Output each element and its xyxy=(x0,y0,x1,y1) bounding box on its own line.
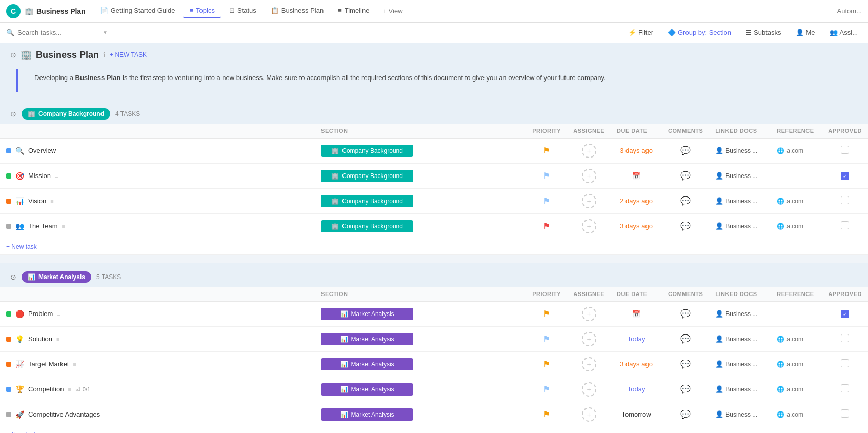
drag-handle[interactable]: ≡ xyxy=(55,173,58,179)
reference-cell[interactable]: 🌐a.com xyxy=(771,351,822,377)
group-badge-company-background[interactable]: 🏢 Company Background xyxy=(22,108,110,120)
dropdown-arrow-icon[interactable]: ▼ xyxy=(103,30,108,35)
due-date-cell[interactable]: 3 days ago xyxy=(611,351,662,377)
linked-docs-cell[interactable]: 👤 Business ... xyxy=(709,163,771,188)
linked-docs-cell[interactable]: 👤 Business ... xyxy=(709,377,771,402)
comments-cell[interactable]: 💬 xyxy=(662,351,709,377)
assignee-add-button[interactable]: + xyxy=(582,407,596,422)
group-by-button[interactable]: 🔷 Group by: Section xyxy=(663,27,735,38)
assignee-add-button[interactable]: + xyxy=(582,382,596,397)
filter-button[interactable]: ⚡ Filter xyxy=(624,27,657,38)
approved-cell[interactable] xyxy=(822,213,868,239)
comment-icon[interactable]: 💬 xyxy=(680,196,691,205)
comments-cell[interactable]: 💬 xyxy=(662,377,709,402)
priority-cell[interactable]: ⚑ xyxy=(526,138,567,163)
new-task-label[interactable]: + New task xyxy=(0,239,868,254)
section-tag[interactable]: 🏢 Company Background xyxy=(321,195,413,207)
priority-flag[interactable]: ⚑ xyxy=(543,334,550,343)
comment-icon[interactable]: 💬 xyxy=(680,385,691,393)
linked-doc-name[interactable]: Business ... xyxy=(725,361,757,368)
priority-flag[interactable]: ⚑ xyxy=(543,222,550,230)
comments-cell[interactable]: 💬 xyxy=(662,326,709,351)
approved-checkbox[interactable] xyxy=(841,334,849,342)
task-name[interactable]: The Team xyxy=(28,222,58,230)
section-tag[interactable]: 📊 Market Analysis xyxy=(321,408,413,421)
approved-checkbox[interactable] xyxy=(841,196,849,204)
automate-label[interactable]: Autom... xyxy=(837,7,862,15)
comments-cell[interactable]: 💬 xyxy=(662,213,709,239)
linked-docs-cell[interactable]: 👤 Business ... xyxy=(709,138,771,163)
priority-cell[interactable]: ⚑ xyxy=(526,377,567,402)
linked-docs-cell[interactable]: 👤 Business ... xyxy=(709,402,771,427)
section-tag[interactable]: 📊 Market Analysis xyxy=(321,358,413,370)
task-name[interactable]: Target Market xyxy=(28,360,69,368)
priority-flag[interactable]: ⚑ xyxy=(543,410,550,419)
section-tag[interactable]: 🏢 Company Background xyxy=(321,170,413,182)
approved-cell[interactable] xyxy=(822,402,868,427)
section-tag[interactable]: 🏢 Company Background xyxy=(321,220,413,232)
priority-cell[interactable]: ⚑ xyxy=(526,301,567,326)
assignee-add-button[interactable]: + xyxy=(582,307,596,321)
approved-checkbox[interactable] xyxy=(841,409,849,418)
reference-cell[interactable]: – xyxy=(771,163,822,188)
approved-checkbox[interactable]: ✓ xyxy=(841,310,849,318)
assignee-add-button[interactable]: + xyxy=(582,144,596,158)
assignees-button[interactable]: 👥 Assi... xyxy=(825,27,862,38)
due-date-cell[interactable]: Tomorrow xyxy=(611,402,662,427)
linked-doc-name[interactable]: Business ... xyxy=(725,386,757,393)
linked-docs-cell[interactable]: 👤 Business ... xyxy=(709,326,771,351)
comment-icon[interactable]: 💬 xyxy=(680,171,691,180)
drag-handle[interactable]: ≡ xyxy=(57,311,60,317)
priority-flag[interactable]: ⚑ xyxy=(543,196,550,205)
subtasks-button[interactable]: ☰ Subtasks xyxy=(741,27,785,38)
new-task-label[interactable]: + New task xyxy=(0,427,868,433)
priority-flag[interactable]: ⚑ xyxy=(543,385,550,393)
tab-topics[interactable]: ≡ Topics xyxy=(183,4,220,18)
comment-icon[interactable]: 💬 xyxy=(680,222,691,230)
search-input[interactable] xyxy=(17,29,99,36)
new-task-row[interactable]: + New task xyxy=(0,427,868,433)
comment-icon[interactable]: 💬 xyxy=(680,410,691,419)
collapse-all-button[interactable]: ⊙ xyxy=(10,51,16,59)
approved-checkbox[interactable] xyxy=(841,221,849,229)
me-button[interactable]: 👤 Me xyxy=(792,27,819,38)
tab-timeline[interactable]: ≡ Timeline xyxy=(332,4,375,18)
approved-cell[interactable] xyxy=(822,326,868,351)
section-tag[interactable]: 📊 Market Analysis xyxy=(321,333,413,345)
comment-icon[interactable]: 💬 xyxy=(680,146,691,155)
assignee-add-button[interactable]: + xyxy=(582,169,596,183)
section-tag[interactable]: 📊 Market Analysis xyxy=(321,383,413,396)
reference-cell[interactable]: 🌐a.com xyxy=(771,213,822,239)
linked-doc-name[interactable]: Business ... xyxy=(725,411,757,418)
task-name[interactable]: Competitive Advantages xyxy=(28,410,100,418)
comments-cell[interactable]: 💬 xyxy=(662,163,709,188)
comments-cell[interactable]: 💬 xyxy=(662,138,709,163)
comments-cell[interactable]: 💬 xyxy=(662,301,709,326)
reference-cell[interactable]: 🌐a.com xyxy=(771,377,822,402)
approved-cell[interactable] xyxy=(822,351,868,377)
approved-cell[interactable]: ✓ xyxy=(822,301,868,326)
due-date-cell[interactable]: 2 days ago xyxy=(611,188,662,213)
approved-cell[interactable] xyxy=(822,377,868,402)
approved-checkbox[interactable] xyxy=(841,384,849,392)
tab-status[interactable]: ⊡ Status xyxy=(223,4,263,18)
drag-handle[interactable]: ≡ xyxy=(68,386,71,392)
priority-cell[interactable]: ⚑ xyxy=(526,163,567,188)
linked-docs-cell[interactable]: 👤 Business ... xyxy=(709,301,771,326)
drag-handle[interactable]: ≡ xyxy=(62,223,65,229)
section-tag[interactable]: 🏢 Company Background xyxy=(321,145,413,157)
due-date-cell[interactable]: Today xyxy=(611,326,662,351)
due-date-cell[interactable]: 3 days ago xyxy=(611,138,662,163)
linked-doc-name[interactable]: Business ... xyxy=(725,310,757,318)
drag-handle[interactable]: ≡ xyxy=(50,198,53,204)
linked-doc-name[interactable]: Business ... xyxy=(725,198,757,205)
linked-doc-name[interactable]: Business ... xyxy=(725,223,757,230)
approved-checkbox[interactable] xyxy=(841,359,849,367)
linked-doc-name[interactable]: Business ... xyxy=(725,147,757,154)
comment-icon[interactable]: 💬 xyxy=(680,360,691,368)
approved-checkbox[interactable] xyxy=(841,146,849,154)
assignee-add-button[interactable]: + xyxy=(582,194,596,208)
reference-cell[interactable]: 🌐a.com xyxy=(771,188,822,213)
search-bar[interactable]: 🔍 ▼ xyxy=(6,29,624,36)
due-date-cell[interactable]: 3 days ago xyxy=(611,213,662,239)
